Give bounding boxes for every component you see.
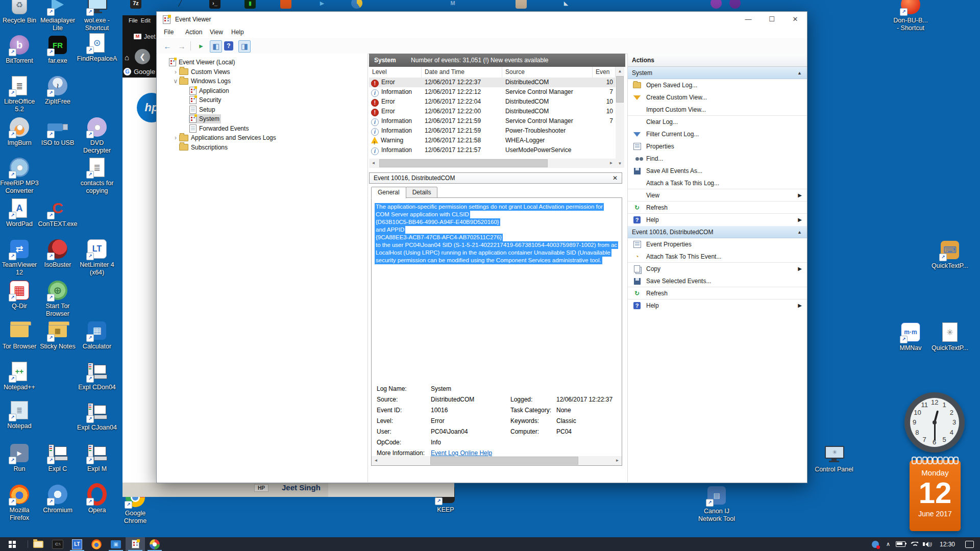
tree-item-applications-and-services-logs[interactable]: ›Applications and Services Logs	[173, 133, 278, 142]
detail-h-scrollbar[interactable]: ◄►	[372, 456, 622, 465]
top-icon-1[interactable]: ╱	[175, 0, 186, 9]
desktop-icon-netlimiter-4-x64[interactable]: LT↗NetLimiter 4 (x64)	[69, 238, 125, 277]
desktop-icon-control-panel[interactable]: ✳Control Panel	[806, 442, 862, 473]
v-scrollbar[interactable]: ▲▼	[616, 67, 624, 168]
toolbar-show-console-tree-icon[interactable]: ◧	[210, 40, 222, 53]
column-header-level[interactable]: Level	[369, 67, 422, 78]
scroll-left-icon[interactable]: ◄	[372, 456, 380, 465]
action-help[interactable]: ?Help▶	[628, 214, 807, 226]
top-icon-9[interactable]: ◣	[560, 0, 572, 9]
taskbar-app-firefox[interactable]	[87, 537, 106, 551]
top-icon-7[interactable]: M	[447, 0, 458, 9]
desktop-icon-findrepalcea[interactable]: ⊙↗FindRepalceA	[69, 32, 125, 63]
action-view[interactable]: View▶	[628, 189, 807, 202]
h-scrollbar[interactable]: ◄►	[369, 159, 616, 168]
scroll-thumb[interactable]	[616, 76, 624, 103]
start-button[interactable]	[0, 537, 24, 551]
action-save-all-events-as[interactable]: Save All Events As...	[628, 165, 807, 177]
tree-item-system[interactable]: System	[183, 114, 221, 123]
action-open-saved-log[interactable]: Open Saved Log...	[628, 79, 807, 91]
desktop-icon-wol-exe-shortcut[interactable]: ↗wol.exe - Shortcut	[69, 0, 125, 32]
desktop-icon-notepad[interactable]: ≣↗Notepad	[0, 399, 47, 430]
desktop-icon-contacts-for-copying[interactable]: ≣↗contacts for copying	[69, 156, 125, 195]
tree-item-custom-views[interactable]: ›Custom Views	[173, 67, 231, 77]
taskbar-time[interactable]: 12:30	[935, 537, 960, 551]
collapse-icon[interactable]: ▲	[797, 67, 802, 79]
background-browser-window[interactable]: File Edit M Jeet, ⌂ ❮ G Google hp	[122, 15, 156, 482]
desktop-icon-don-bu-b-shortcut[interactable]: ↗Don-BU-B... - Shortcut	[883, 0, 939, 32]
tree-chevron-icon[interactable]: ∨	[173, 78, 179, 85]
scroll-left-icon[interactable]: ◄	[369, 159, 378, 167]
minimize-button[interactable]: —	[737, 12, 760, 27]
desktop-icon-start-tor-browser[interactable]: ⊕↗Start Tor Browser	[30, 279, 86, 318]
top-icon-11[interactable]	[729, 0, 741, 9]
scroll-thumb[interactable]	[430, 457, 578, 465]
action-properties[interactable]: Properties	[628, 140, 807, 153]
menu-action[interactable]: Action	[185, 29, 202, 36]
taskbar-app-paint[interactable]	[145, 537, 164, 551]
menu-help[interactable]: Help	[231, 29, 244, 36]
action-create-custom-view[interactable]: Create Custom View...	[628, 91, 807, 104]
event-row[interactable]: iInformation12/06/2017 12:21:59Power-Tro…	[369, 126, 616, 136]
action-refresh[interactable]: ↻Refresh	[628, 202, 807, 214]
action-attach-a-task-to-this-log[interactable]: Attach a Task To this Log...	[628, 177, 807, 189]
back-icon[interactable]: ❮	[135, 49, 150, 64]
title-bar[interactable]: Event Viewer — ☐ ✕	[157, 12, 807, 27]
desktop-icon-expl-m[interactable]: ↗Expl M	[69, 442, 125, 473]
top-icon-10[interactable]	[710, 0, 722, 9]
desktop-icon-calculator[interactable]: ▦↗Calculator	[69, 319, 125, 350]
desktop-icon-canon-ij-network-tool[interactable]: ▤↗Canon IJ Network Tool	[689, 484, 745, 523]
desktop-icon-expl-cdon04[interactable]: ↗Expl CDon04	[69, 360, 125, 391]
scroll-right-icon[interactable]: ►	[613, 456, 622, 465]
event-row[interactable]: !Warning12/06/2017 12:21:58WHEA-Logger	[369, 136, 616, 145]
desktop-icon-dvd-decrypter[interactable]: ↗DVD Decrypter	[69, 116, 125, 155]
event-log-online-help-link[interactable]: Event Log Online Help	[431, 449, 492, 457]
home-icon[interactable]: ⌂	[125, 53, 129, 62]
menu-view[interactable]: View	[210, 29, 223, 36]
scroll-thumb[interactable]	[379, 159, 548, 167]
taskbar-app-command-prompt[interactable]: C:\	[48, 537, 67, 551]
tree-item-application[interactable]: Application	[183, 86, 231, 95]
top-icon-6[interactable]	[351, 0, 362, 9]
desktop-icon-context-exe[interactable]: C↗ConTEXT.exe	[30, 197, 86, 228]
action-import-custom-view[interactable]: Import Custom View...	[628, 104, 807, 116]
tree-item-subscriptions[interactable]: Subscriptions	[173, 143, 229, 152]
tray-wifi-icon[interactable]	[908, 537, 921, 551]
tray-network-globe-icon[interactable]	[869, 537, 882, 551]
bg-menu-file[interactable]: File	[129, 17, 138, 23]
top-icon-0[interactable]: 7z	[130, 0, 141, 9]
desktop-icon-expl-cjoan04[interactable]: ↗Expl CJoan04	[69, 400, 125, 432]
action-help[interactable]: ?Help▶	[628, 299, 807, 312]
event-row[interactable]: iInformation12/06/2017 12:21:57UserModeP…	[369, 145, 616, 155]
toolbar-back-icon[interactable]: ←	[162, 40, 173, 52]
action-filter-current-log[interactable]: Filter Current Log...	[628, 128, 807, 140]
taskbar-app-file-explorer[interactable]	[29, 537, 48, 551]
desktop-icon-notepad[interactable]: ++↗Notepad++	[0, 360, 47, 391]
action-save-selected-events[interactable]: Save Selected Events...	[628, 275, 807, 287]
desktop-icon-quicktextp[interactable]: ✳QuickTextP...	[922, 321, 978, 352]
scroll-right-icon[interactable]: ►	[607, 159, 616, 167]
event-row[interactable]: !Error12/06/2017 12:22:37DistributedCOM1…	[369, 78, 616, 87]
tray-volume-icon[interactable]: ))	[921, 537, 934, 551]
toolbar-export-icon[interactable]: ▸	[195, 40, 207, 52]
actions-section-event-10016-distributedcom[interactable]: Event 10016, DistributedCOM▲	[628, 226, 807, 238]
menu-file[interactable]: File	[164, 29, 174, 36]
desktop-icon-quicktextp[interactable]: ⌨↗QuickTextP...	[922, 239, 978, 270]
action-attach-task-to-this-event[interactable]: ◔Attach Task To This Event...	[628, 251, 807, 263]
event-row[interactable]: iInformation12/06/2017 12:22:12Service C…	[369, 87, 616, 97]
tab-details[interactable]: Details	[406, 187, 438, 198]
column-header-even[interactable]: Even	[593, 67, 616, 78]
tree-item-setup[interactable]: Setup	[183, 105, 216, 114]
tab-general[interactable]: General	[371, 187, 406, 198]
toolbar-show-action-pane-icon[interactable]: ◨	[238, 40, 251, 53]
tree-item-windows-logs[interactable]: ∨Windows Logs	[173, 77, 232, 86]
bg-menu-edit[interactable]: Edit	[141, 17, 151, 23]
top-icon-8[interactable]	[516, 0, 527, 9]
top-icon-4[interactable]	[280, 0, 291, 9]
tray-hidden-icons-chevron[interactable]: ∧	[883, 537, 893, 551]
close-button[interactable]: ✕	[783, 12, 807, 27]
action-copy[interactable]: Copy▶	[628, 263, 807, 275]
taskbar-app-photos[interactable]: ▣	[106, 537, 126, 551]
taskbar-app-event-viewer[interactable]	[126, 537, 145, 551]
action-refresh[interactable]: ↻Refresh	[628, 287, 807, 299]
